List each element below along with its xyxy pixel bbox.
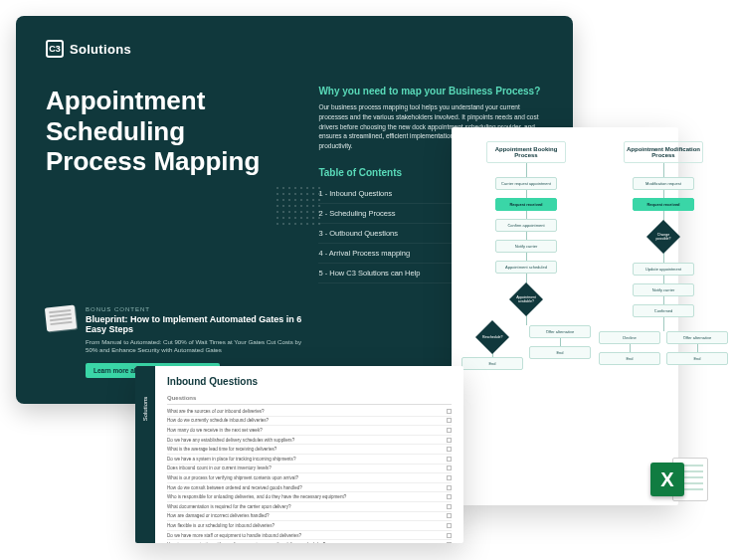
question-row: How flexible is our scheduling for inbou… <box>167 521 452 531</box>
bonus-label: BONUS CONTENT <box>86 306 304 312</box>
excel-badge-icon: X <box>650 463 684 496</box>
question-text: How flexible is our scheduling for inbou… <box>167 523 275 528</box>
flow-node: Request received <box>495 198 557 211</box>
question-row: How is communication with suppliers or c… <box>167 540 452 543</box>
flow-node: Confirmed <box>633 304 694 317</box>
question-text: Does inbound count in our current invent… <box>167 466 272 470</box>
sheet-sidebar: Solutions <box>135 366 155 543</box>
checkbox-icon <box>447 409 452 414</box>
flow-decision-icon: Change possible? <box>646 220 680 254</box>
question-text: Do we have any established delivery sche… <box>167 438 294 443</box>
flow-node: End <box>529 346 591 359</box>
checkbox-icon <box>447 418 452 423</box>
flow-node: Notify carrier <box>633 283 694 296</box>
checkbox-icon <box>447 457 452 462</box>
question-row: Do we have a system in place for trackin… <box>167 455 452 465</box>
flow-node: Update appointment <box>633 263 694 276</box>
flow-decision-icon: Reschedule? <box>475 320 509 354</box>
title-line-2: Scheduling <box>46 116 288 147</box>
checkbox-icon <box>447 523 452 528</box>
question-row: What are the sources of our inbound deli… <box>167 407 452 417</box>
checkbox-icon <box>447 542 452 543</box>
question-text: What is our process for verifying shipme… <box>167 475 298 480</box>
flow-heading: Appointment Booking Process <box>486 141 566 163</box>
question-text: How do we currently schedule inbound del… <box>167 418 269 423</box>
question-text: What documentation is required for the c… <box>167 504 291 509</box>
question-row: How are damaged or incorrect deliveries … <box>167 512 452 522</box>
flow-node: Appointment scheduled <box>495 261 557 274</box>
question-row: What documentation is required for the c… <box>167 502 452 512</box>
questions-sheet-preview: Solutions Inbound Questions Questions Wh… <box>135 366 463 543</box>
question-row: How do we currently schedule inbound del… <box>167 417 452 427</box>
decorative-dots-icon <box>275 185 324 225</box>
flow-node: Offer alternative <box>529 325 591 338</box>
flow-node: End <box>461 357 523 370</box>
question-row: What is our process for verifying shipme… <box>167 473 452 483</box>
question-text: Do we have a system in place for trackin… <box>167 457 295 462</box>
excel-icon: X <box>648 450 708 509</box>
question-row: Who is responsible for unloading deliver… <box>167 492 452 502</box>
question-text: What is the average lead time for receiv… <box>167 447 276 452</box>
sheet-column-header: Questions <box>167 395 452 405</box>
question-row: How do we consult between ordered and re… <box>167 483 452 493</box>
flow-node: Modification request <box>633 177 694 190</box>
checkbox-icon <box>447 485 452 490</box>
brand-logo: C3 Solutions <box>46 40 543 58</box>
flow-column-booking: Appointment Booking Process Carrier requ… <box>461 141 591 491</box>
hero-title-block: Appointment Scheduling Process Mapping <box>46 86 288 283</box>
question-row: Does inbound count in our current invent… <box>167 465 452 474</box>
flowchart-preview: Appointment Booking Process Carrier requ… <box>452 127 678 505</box>
question-row: How many do we receive in the next set w… <box>167 426 452 436</box>
flow-node: Notify carrier <box>495 240 557 253</box>
bonus-body: From Manual to Automated: Cut 90% of Wai… <box>86 338 304 355</box>
flow-node: Confirm appointment <box>495 219 557 232</box>
checkbox-icon <box>447 438 452 443</box>
flow-node: Offer alternative <box>666 331 728 344</box>
checkbox-icon <box>447 533 452 538</box>
title-line-1: Appointment <box>46 86 288 116</box>
checkbox-icon <box>447 428 452 433</box>
brand-name: Solutions <box>70 42 131 57</box>
checkbox-icon <box>447 513 452 518</box>
question-row: What is the average lead time for receiv… <box>167 445 452 455</box>
document-icon <box>45 304 77 331</box>
checkbox-icon <box>447 504 452 509</box>
checkbox-icon <box>447 466 452 470</box>
flow-node: Carrier request appointment <box>495 177 557 190</box>
flow-node: Request received <box>633 198 694 211</box>
brand-mark-icon: C3 <box>46 40 64 58</box>
flow-node: End <box>599 352 660 365</box>
question-text: Do we have more staff or equipment to ha… <box>167 533 301 538</box>
question-text: How many do we receive in the next set w… <box>167 428 263 433</box>
question-text: How are damaged or incorrect deliveries … <box>167 513 270 518</box>
question-text: How do we consult between ordered and re… <box>167 485 302 490</box>
checkbox-icon <box>447 447 452 452</box>
question-text: What are the sources of our inbound deli… <box>167 409 265 414</box>
flow-node: End <box>666 352 728 365</box>
title-line-3: Process Mapping <box>46 146 288 177</box>
bonus-title: Blueprint: How to Implement Automated Ga… <box>86 314 304 334</box>
flow-column-modification: Appointment Modification Process Modific… <box>599 141 728 491</box>
question-row: Do we have any established delivery sche… <box>167 436 452 446</box>
sheet-side-label: Solutions <box>142 397 148 422</box>
question-text: Who is responsible for unloading deliver… <box>167 494 346 499</box>
sheet-title: Inbound Questions <box>167 376 452 387</box>
checkbox-icon <box>447 475 452 480</box>
checkbox-icon <box>447 494 452 499</box>
question-row: Do we have more staff or equipment to ha… <box>167 531 452 541</box>
flow-heading: Appointment Modification Process <box>624 141 703 163</box>
question-text: How is communication with suppliers or c… <box>167 542 325 543</box>
why-heading: Why you need to map your Business Proces… <box>318 86 543 96</box>
flow-decision-icon: Appointment available? <box>509 282 543 316</box>
flow-node: Decline <box>599 331 660 344</box>
